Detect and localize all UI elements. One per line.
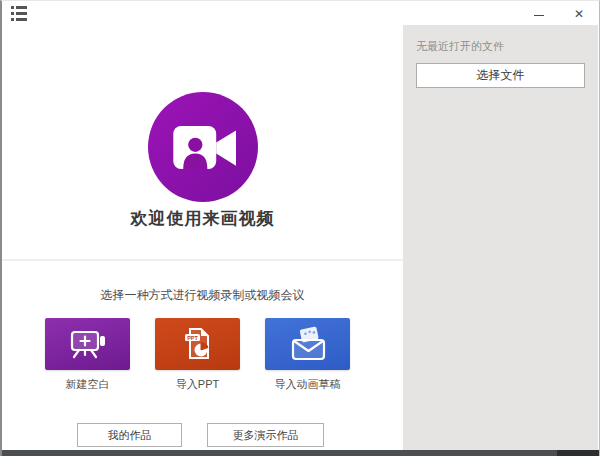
import-draft-envelope-icon — [278, 324, 338, 364]
minimize-button[interactable] — [519, 1, 559, 26]
tile-label-import-ppt: 导入PPT — [176, 377, 219, 392]
more-demo-works-button[interactable]: 更多演示作品 — [207, 423, 324, 447]
app-window: ✕ 欢迎使用来画视频 选择一种方式进行视频录制或视频会议 — [0, 0, 600, 456]
tile-group-import-draft: 导入动画草稿 — [265, 318, 350, 392]
svg-text:PPT: PPT — [187, 335, 198, 341]
window-bottom-corner — [557, 450, 599, 456]
titlebar: ✕ — [2, 1, 599, 26]
tile-group-import-ppt: PPT 导入PPT — [155, 318, 240, 392]
main-panel: 欢迎使用来画视频 选择一种方式进行视频录制或视频会议 新建空白 — [2, 26, 403, 450]
mode-prompt-text: 选择一种方式进行视频录制或视频会议 — [2, 287, 403, 304]
video-camera-person-icon — [148, 92, 258, 202]
new-blank-tile[interactable] — [45, 318, 130, 370]
choose-file-button[interactable]: 选择文件 — [416, 63, 585, 88]
tile-label-import-draft: 导入动画草稿 — [275, 377, 341, 392]
close-button[interactable]: ✕ — [559, 1, 599, 26]
minimize-icon — [534, 15, 544, 16]
import-ppt-icon: PPT — [168, 324, 228, 364]
tile-group-new-blank: 新建空白 — [45, 318, 130, 392]
recent-files-panel: 无最近打开的文件 选择文件 — [403, 25, 598, 450]
app-logo — [148, 92, 258, 202]
menu-button[interactable] — [2, 1, 36, 26]
new-blank-camera-icon — [58, 324, 118, 364]
window-controls: ✕ — [519, 1, 599, 26]
section-divider — [2, 259, 403, 261]
list-menu-icon — [11, 6, 27, 21]
window-bottom-border — [2, 450, 599, 456]
import-draft-tile[interactable] — [265, 318, 350, 370]
my-works-button[interactable]: 我的作品 — [77, 423, 182, 447]
mode-tiles: 新建空白 PPT 导入PPT — [45, 318, 350, 392]
no-recent-files-text: 无最近打开的文件 — [416, 39, 585, 54]
import-ppt-tile[interactable]: PPT — [155, 318, 240, 370]
close-icon: ✕ — [574, 8, 584, 20]
tile-label-new-blank: 新建空白 — [66, 377, 110, 392]
welcome-title: 欢迎使用来画视频 — [2, 207, 403, 230]
